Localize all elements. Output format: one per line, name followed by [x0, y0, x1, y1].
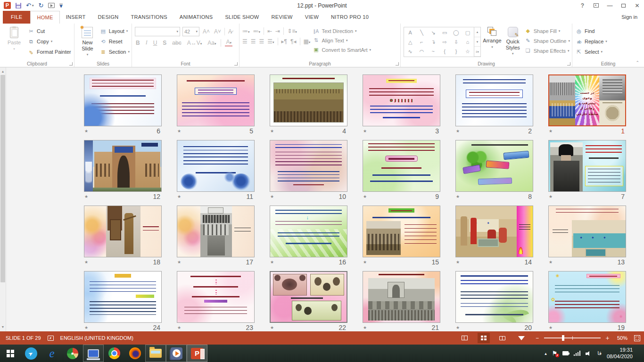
normal-view-button[interactable] — [459, 333, 471, 343]
bold-button[interactable]: B — [135, 40, 141, 46]
vertical-scrollbar[interactable]: ▲ ▼ — [0, 67, 6, 331]
slide-thumbnail-2[interactable] — [455, 74, 533, 126]
reading-view-button[interactable] — [496, 333, 509, 343]
slide-thumbnail-14[interactable]: ✦✦ — [455, 206, 533, 257]
down-arrow-shape[interactable]: ⇩ — [454, 39, 458, 45]
zoom-slider[interactable] — [544, 337, 601, 338]
font-color-button[interactable]: A▾ — [225, 39, 232, 47]
shapes-scroll-up[interactable]: ▲ — [474, 27, 480, 37]
cut-button[interactable]: Cut — [27, 27, 71, 35]
zoom-out-button[interactable]: － — [534, 334, 540, 342]
slide-thumbnail-24[interactable] — [84, 271, 162, 323]
show-hidden-icons-button[interactable] — [545, 351, 547, 356]
section-button[interactable]: Section▾ — [99, 48, 130, 56]
line-spacing-button[interactable]: ⇕≡▾ — [287, 28, 297, 34]
star-shape[interactable]: ☆ — [465, 49, 470, 55]
slide-thumbnail-11[interactable] — [177, 140, 255, 192]
paragraph-dialog-launcher[interactable] — [396, 62, 399, 66]
italic-button[interactable]: I — [145, 39, 149, 46]
increase-font-size-button[interactable]: A˄ — [202, 28, 211, 35]
tab-insert[interactable]: INSERT — [60, 11, 92, 24]
help-button[interactable]: ? — [576, 0, 589, 11]
curve-shape[interactable]: ~ — [432, 49, 435, 54]
columns-button[interactable]: ▦▾ — [304, 38, 311, 45]
shape-outline-button[interactable]: Shape Outline▾ — [524, 37, 570, 45]
minimize-button[interactable]: — — [603, 0, 617, 11]
network-icon[interactable] — [574, 351, 580, 356]
language-label[interactable]: ENGLISH (UNITED KINGDOM) — [60, 335, 133, 341]
slide-thumbnail-4[interactable] — [270, 74, 347, 126]
increase-indent-button[interactable]: ⇥ — [275, 28, 280, 34]
on-screen-keyboard-taskbar-button[interactable] — [83, 345, 104, 362]
line-shape[interactable]: ╲ — [420, 30, 423, 36]
battery-icon[interactable] — [562, 351, 569, 355]
slide-thumbnail-6[interactable] — [84, 74, 162, 126]
internet-explorer-taskbar-button[interactable] — [41, 345, 62, 362]
convert-to-smartart-button[interactable]: Convert to SmartArt▾ — [312, 46, 371, 54]
slide-thumbnail-5[interactable] — [177, 74, 255, 126]
ribbon-display-options-button[interactable] — [589, 0, 603, 11]
slide-thumbnail-8[interactable] — [455, 140, 533, 192]
left-brace-shape[interactable]: { — [444, 49, 446, 54]
quick-styles-button[interactable]: Quick Styles▾ — [504, 25, 522, 59]
slide-thumbnail-19[interactable]: ❀✿❀ — [548, 271, 626, 323]
select-button[interactable]: Select▾ — [575, 48, 607, 56]
scroll-up-arrow[interactable]: ▲ — [0, 68, 6, 75]
slide-thumbnail-13[interactable]: ✦ ✦ ✦ — [548, 206, 626, 257]
start-from-beginning-button[interactable] — [48, 3, 55, 8]
taskbar-clock[interactable]: 19:31 08/04/2020 — [607, 347, 633, 360]
justify-button[interactable]: ☰▾ — [267, 38, 274, 45]
align-left-button[interactable]: ☰ — [242, 38, 248, 45]
slide-thumbnail-15[interactable] — [363, 206, 440, 257]
oval-shape[interactable]: ◯ — [453, 30, 459, 36]
zoom-percentage[interactable]: 50% — [617, 335, 627, 341]
font-dialog-launcher[interactable] — [234, 62, 238, 66]
paste-button[interactable]: Paste▾ — [3, 25, 25, 59]
text-box-shape[interactable]: A — [408, 30, 412, 35]
slide-thumbnail-1[interactable]: در جست وجوی پیشرفت و رهایی از سلطهٔ خارج… — [548, 74, 626, 126]
file-explorer-taskbar-button[interactable] — [145, 345, 166, 362]
slide-thumbnail-9[interactable] — [363, 140, 440, 192]
volume-icon[interactable] — [586, 351, 592, 356]
slide-count-label[interactable]: SLIDE 1 OF 29 — [6, 335, 41, 341]
format-painter-button[interactable]: Format Painter — [27, 48, 71, 56]
chrome-taskbar-button[interactable] — [104, 345, 124, 362]
arrange-button[interactable]: Arrange▾ — [483, 25, 502, 59]
decrease-font-size-button[interactable]: A˅ — [213, 28, 222, 35]
scrollbar-thumb[interactable] — [0, 75, 5, 282]
collapse-ribbon-button[interactable]: ⌃ — [636, 60, 639, 65]
slide-thumbnail-22[interactable] — [270, 271, 347, 323]
scribble-shape[interactable]: ∿ — [408, 49, 413, 55]
slide-thumbnail-10[interactable] — [270, 140, 347, 192]
slide-thumbnail-17[interactable] — [177, 206, 255, 257]
rectangle-shape[interactable]: ▭ — [442, 30, 447, 36]
tab-design[interactable]: DESIGN — [92, 11, 125, 24]
shape-effects-button[interactable]: Shape Effects▾ — [524, 47, 570, 55]
character-spacing-button[interactable]: A↔V▾ — [186, 40, 203, 46]
clear-formatting-button[interactable]: A̷ — [227, 28, 233, 35]
tab-slide-show[interactable]: SLIDE SHOW — [219, 11, 265, 24]
tab-animations[interactable]: ANIMATIONS — [173, 11, 219, 24]
tab-transitions[interactable]: TRANSITIONS — [125, 11, 173, 24]
drawing-dialog-launcher[interactable] — [567, 62, 570, 66]
reset-button[interactable]: Reset — [99, 37, 130, 46]
clipboard-dialog-launcher[interactable] — [69, 62, 73, 66]
align-right-button[interactable]: ☰ — [259, 38, 264, 45]
powerpoint-taskbar-button[interactable]: P — [187, 345, 207, 362]
restore-button[interactable] — [617, 0, 630, 11]
rounded-rectangle-shape[interactable]: ▢ — [465, 30, 470, 36]
find-button[interactable]: Find — [575, 27, 607, 35]
undo-button[interactable]: ↶▾ — [26, 2, 33, 9]
font-name-combo[interactable]: ▾ — [135, 27, 180, 36]
slide-thumbnail-18[interactable] — [84, 206, 162, 257]
pentagon-shape[interactable]: ⌂ — [466, 39, 470, 45]
align-text-button[interactable]: Align Text▾ — [312, 36, 371, 44]
redo-button[interactable]: ↻ — [38, 2, 43, 9]
customize-quick-access-button[interactable]: ▾ — [59, 4, 63, 7]
align-center-button[interactable]: ☰ — [251, 38, 256, 45]
slide-thumbnail-3[interactable] — [363, 74, 440, 126]
rtl-direction-button[interactable]: ¶◂ — [290, 38, 296, 45]
start-taskbar-button[interactable] — [0, 345, 21, 362]
decrease-indent-button[interactable]: ⇤ — [267, 28, 272, 34]
slide-thumbnail-7[interactable] — [548, 140, 626, 192]
